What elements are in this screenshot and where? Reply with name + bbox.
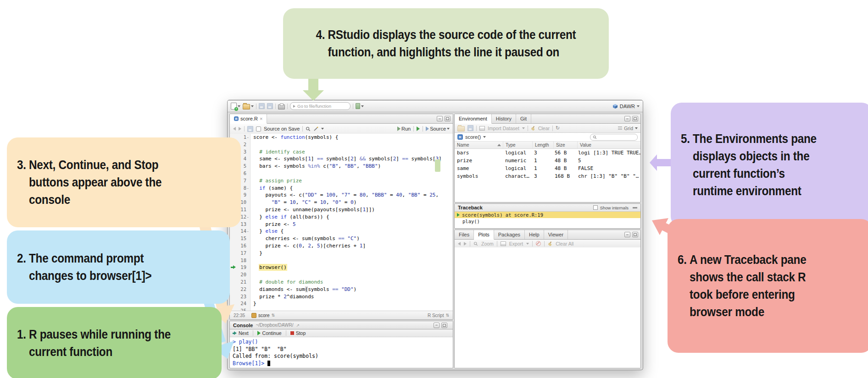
scope-label: score — [258, 313, 269, 318]
tab-label: Help — [529, 232, 540, 237]
show-internals-checkbox[interactable] — [593, 205, 598, 210]
tab-label: Viewer — [548, 232, 563, 237]
pane-buttons — [622, 114, 640, 123]
environment-object-row[interactable]: barslogical356 Blogi [1:3] TRUE TRUE… — [455, 149, 640, 157]
continue-button[interactable]: Continue — [257, 330, 282, 336]
remove-plot-icon[interactable] — [536, 241, 541, 246]
current-frame-arrow-icon — [457, 213, 460, 217]
next-button[interactable]: Next — [234, 330, 249, 336]
maximize-pane-button[interactable] — [445, 116, 451, 121]
print-button[interactable] — [278, 104, 285, 110]
traceback-frame-text: play() — [462, 219, 480, 224]
environment-scope-row: R score() — [455, 133, 640, 142]
environment-tabbar: Environment History Git — [455, 114, 640, 124]
goto-file-input[interactable]: Go to file/function — [290, 102, 351, 110]
next-plot-button[interactable] — [464, 242, 467, 246]
project-name: DAWR — [620, 104, 635, 109]
environment-toolbar: Import Dataset Clear ↻ Grid — [455, 124, 640, 133]
new-file-button[interactable] — [231, 103, 240, 110]
code-line: 23 prize * 2^diamonds — [230, 293, 453, 301]
file-type-selector[interactable]: R Script ⇅ — [428, 313, 449, 318]
console-output[interactable]: > play()[1] "BB" "B" "B"Called from: sco… — [230, 337, 453, 368]
code-tools-wand-icon[interactable] — [313, 126, 318, 131]
tab-score-r[interactable]: R score.R × — [230, 114, 267, 124]
environment-object-row[interactable]: prizenumeric148 B5 — [455, 157, 640, 164]
save-workspace-icon[interactable] — [467, 125, 473, 131]
column-header-type[interactable]: Type — [503, 142, 533, 148]
tab-history[interactable]: History — [492, 114, 516, 123]
minimize-pane-button[interactable] — [434, 323, 440, 328]
clear-all-button[interactable]: Clear All — [556, 241, 573, 247]
plots-toolbar: Zoom Export Clear All — [455, 240, 640, 248]
environment-search-input[interactable] — [590, 134, 638, 141]
source-button[interactable]: Source — [426, 126, 450, 131]
code-line: 9 payouts <- c("DD" = 100, "7" = 80, "BB… — [230, 192, 453, 199]
save-all-button[interactable] — [267, 103, 273, 109]
environment-object-row[interactable]: symbolscharact…3168 Bchr [1:3] "B" "B" "… — [455, 172, 640, 180]
tab-environment[interactable]: Environment — [455, 114, 492, 124]
callout-6-traceback-pane: 6.A new Traceback pane shows the call st… — [668, 219, 868, 353]
callout-text: R pauses while running the current funct… — [29, 326, 171, 361]
run-button[interactable]: Run — [397, 126, 411, 131]
source-icon — [426, 126, 429, 131]
back-button[interactable] — [233, 127, 236, 131]
export-button[interactable]: Export — [509, 241, 523, 247]
plots-pane: Files Plots Packages Help Viewer Zoom Ex… — [454, 230, 641, 368]
grid-view-dropdown[interactable]: Grid — [618, 126, 638, 131]
stop-button[interactable]: Stop — [290, 330, 306, 336]
toolbar-separator — [532, 241, 533, 247]
zoom-button[interactable]: Zoom — [481, 241, 494, 247]
toolbar-misc-button[interactable] — [356, 103, 364, 109]
maximize-pane-button[interactable] — [632, 116, 638, 121]
environment-object-row[interactable]: samelogical148 BFALSE — [455, 164, 640, 172]
chevron-down-icon — [635, 127, 638, 129]
open-in-new-window-icon[interactable]: ↗ — [296, 323, 300, 328]
source-on-save-checkbox[interactable] — [256, 126, 261, 131]
tab-git[interactable]: Git — [516, 114, 531, 123]
forward-button[interactable] — [239, 127, 241, 131]
function-scope-indicator[interactable]: score ⇅ — [251, 313, 275, 318]
import-dataset-button[interactable]: Import Dataset — [488, 126, 519, 131]
rerun-button[interactable] — [417, 126, 420, 131]
toolbar-separator — [423, 126, 423, 131]
code-area[interactable]: 1-score <- function(symbols) {23 # ident… — [230, 134, 453, 311]
maximize-pane-button[interactable] — [441, 323, 447, 328]
file-type-label: R Script — [428, 313, 444, 318]
save-button[interactable] — [259, 103, 265, 109]
minimize-pane-button[interactable] — [624, 232, 630, 237]
traceback-frame-current[interactable]: score(symbols) at score.R:19 — [455, 212, 640, 218]
tab-plots[interactable]: Plots — [474, 230, 494, 240]
traceback-frame[interactable]: play() — [455, 218, 640, 225]
debug-toolbar: Next Continue Stop — [230, 329, 453, 337]
clear-all-broom-icon — [548, 241, 552, 246]
console-line: Called from: score(symbols) — [233, 353, 450, 360]
search-icon[interactable] — [306, 126, 311, 131]
tab-help[interactable]: Help — [525, 230, 544, 239]
column-header-value[interactable]: Value — [578, 142, 640, 148]
minimize-pane-button[interactable] — [437, 116, 443, 121]
close-icon[interactable]: × — [260, 116, 262, 121]
refresh-icon[interactable]: ↻ — [556, 126, 560, 131]
save-document-button[interactable] — [247, 126, 253, 132]
collapse-pane-icon[interactable] — [633, 207, 637, 208]
clear-button[interactable]: Clear — [538, 126, 550, 131]
open-file-button[interactable] — [243, 103, 254, 110]
environment-scope-dropdown[interactable]: score() — [465, 134, 481, 140]
tab-packages[interactable]: Packages — [494, 230, 525, 239]
code-line: 22 diamonds <- sum(symbols == "DD") — [230, 286, 453, 293]
next-icon — [234, 331, 237, 335]
minimize-pane-button[interactable] — [624, 116, 630, 121]
column-header-name[interactable]: Name — [455, 142, 503, 148]
maximize-pane-button[interactable] — [632, 232, 638, 237]
toolbar-separator — [528, 126, 528, 131]
column-header-size[interactable]: Size — [554, 142, 578, 148]
source-label: Source — [430, 126, 446, 131]
load-workspace-icon[interactable] — [457, 126, 465, 131]
previous-plot-button[interactable] — [458, 242, 461, 246]
project-selector[interactable]: DAWR — [612, 104, 640, 109]
column-header-length[interactable]: Length — [533, 142, 554, 148]
tab-files[interactable]: Files — [455, 230, 474, 239]
import-dataset-icon — [479, 126, 485, 131]
tab-label: Git — [520, 116, 527, 121]
tab-viewer[interactable]: Viewer — [544, 230, 568, 239]
